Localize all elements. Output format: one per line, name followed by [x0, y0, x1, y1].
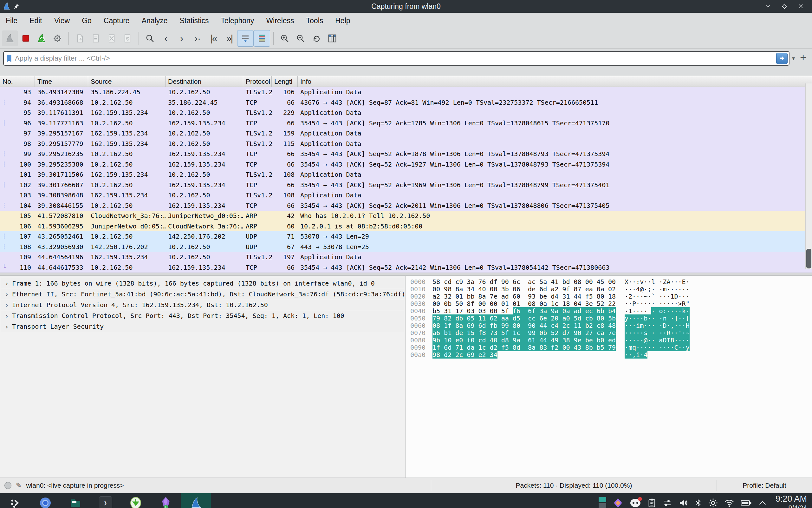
app-launcher-icon[interactable] — [0, 493, 30, 508]
hex-row[interactable]: 00a098 d2 2c 69 e2 34··,i·4 — [406, 351, 812, 358]
volume-icon[interactable] — [678, 499, 688, 507]
menu-capture[interactable]: Capture — [104, 16, 130, 25]
add-filter-button[interactable]: + — [798, 52, 809, 62]
hex-row[interactable]: 003000 0b 50 8f 00 00 01 01 08 0a 1c 18 … — [406, 300, 812, 307]
maximize-button[interactable] — [780, 2, 789, 10]
go-last-packet-icon[interactable]: »| — [221, 31, 237, 46]
minimize-button[interactable] — [764, 2, 772, 10]
detail-line[interactable]: ›Ethernet II, Src: Fortinet_5a:41:bd (90… — [1, 289, 403, 299]
auto-scroll-toggle[interactable] — [237, 30, 254, 47]
hex-row[interactable]: 000058 cd c9 3a 76 df 90 6c ac 5a 41 bd … — [406, 278, 812, 286]
packet-row[interactable]: ┆10843.329056930142.250.176.20210.2.162.… — [0, 242, 812, 252]
display-filter-box[interactable] — [3, 51, 790, 66]
expand-arrow-icon[interactable]: › — [1, 323, 12, 331]
scrollbar-thumb[interactable] — [806, 249, 811, 268]
hex-row[interactable]: 005079 82 db 05 11 62 aa d5 cc 6e 20 a0 … — [406, 315, 812, 322]
wireshark-taskbar-icon[interactable] — [181, 493, 211, 508]
chromium-icon[interactable] — [30, 493, 60, 508]
detail-line[interactable]: ›Frame 1: 166 bytes on wire (1328 bits),… — [1, 278, 403, 288]
packet-row[interactable]: 9839.295157779162.159.135.23410.2.162.50… — [0, 139, 812, 149]
packet-row[interactable]: 10641.593606295JuniperNetwo_d0:05:…Cloud… — [0, 221, 812, 231]
close-capture-file-icon[interactable] — [104, 31, 120, 46]
display-filter-input[interactable] — [14, 54, 776, 63]
detail-line[interactable]: ›Internet Protocol Version 4, Src: 162.1… — [1, 300, 403, 310]
menu-edit[interactable]: Edit — [30, 16, 42, 25]
save-capture-file-icon[interactable] — [88, 31, 104, 46]
packet-row[interactable]: ┆9436.49316866810.2.162.5035.186.224.45T… — [0, 97, 812, 108]
expand-arrow-icon[interactable]: › — [1, 301, 12, 309]
filter-history-caret-icon[interactable]: ▾ — [792, 55, 795, 62]
packet-row[interactable]: ┆9939.29521623510.2.162.50162.159.135.23… — [0, 149, 812, 159]
zoom-original-icon[interactable] — [308, 31, 324, 46]
clipboard-icon[interactable] — [648, 498, 656, 508]
packet-row[interactable]: 10944.644564196162.159.135.23410.2.162.5… — [0, 252, 812, 262]
menu-go[interactable]: Go — [82, 16, 92, 25]
menu-statistics[interactable]: Statistics — [180, 16, 209, 25]
packet-row[interactable]: ┆10439.30844615510.2.162.50162.159.135.2… — [0, 201, 812, 211]
close-button[interactable] — [797, 2, 805, 10]
menu-view[interactable]: View — [54, 16, 70, 25]
open-capture-file-icon[interactable] — [72, 31, 88, 46]
menu-analyze[interactable]: Analyze — [142, 16, 168, 25]
menu-help[interactable]: Help — [335, 16, 350, 25]
hex-row[interactable]: 00809b 10 e0 f0 cd 40 d8 9a 61 44 49 38 … — [406, 337, 812, 344]
download-manager-icon[interactable] — [121, 493, 151, 508]
menu-wireless[interactable]: Wireless — [266, 16, 294, 25]
apply-filter-button[interactable] — [776, 53, 787, 64]
capture-start-icon[interactable] — [2, 31, 18, 46]
column-header-info[interactable]: Info — [298, 76, 812, 87]
terminal-icon[interactable]: ❯ — [90, 493, 121, 508]
packet-row[interactable]: 9739.295157167162.159.135.23410.2.162.50… — [0, 128, 812, 139]
reload-capture-file-icon[interactable] — [120, 31, 135, 46]
capture-options-icon[interactable] — [49, 31, 65, 46]
packet-row[interactable]: ┆9639.11777116310.2.162.50162.159.135.23… — [0, 118, 812, 128]
hex-row[interactable]: 0040b5 31 17 03 03 00 5f f6 6f 3a 9a 0a … — [406, 307, 812, 315]
column-header-destination[interactable]: Destination — [165, 76, 243, 87]
wifi-icon[interactable] — [724, 499, 734, 507]
bluetooth-icon[interactable] — [695, 498, 702, 508]
zoom-in-icon[interactable] — [277, 31, 293, 46]
go-to-packet-icon[interactable]: ›· — [190, 31, 205, 46]
hex-row[interactable]: 001000 98 8a 34 40 00 3b 06 de 6d a2 9f … — [406, 286, 812, 293]
packet-list-scrollbar[interactable] — [805, 83, 812, 269]
resize-columns-icon[interactable] — [324, 31, 340, 46]
tray-expand-icon[interactable] — [758, 499, 767, 507]
battery-icon[interactable] — [741, 499, 752, 507]
go-forward-icon[interactable]: › — [174, 31, 190, 46]
menu-tools[interactable]: Tools — [306, 16, 323, 25]
bookmark-icon[interactable] — [6, 54, 12, 62]
expert-info-icon[interactable] — [4, 482, 11, 489]
detail-line[interactable]: ›Transmission Control Protocol, Src Port… — [1, 311, 403, 321]
discord-icon[interactable] — [630, 498, 641, 508]
packet-row[interactable]: ┆10743.26505246110.2.162.50142.250.176.2… — [0, 231, 812, 242]
packet-row[interactable]: └11044.64461753310.2.162.50162.159.135.2… — [0, 262, 812, 273]
packet-row[interactable]: 9336.49314730935.186.224.4510.2.162.50TL… — [0, 87, 812, 97]
detail-line[interactable]: ›Transport Layer Security — [1, 322, 403, 332]
settings-sliders-icon[interactable] — [663, 499, 672, 507]
assistant-app-icon[interactable] — [613, 498, 623, 508]
hex-row[interactable]: 0070a6 b1 de 15 f8 73 5f 1c 99 0b 52 d7 … — [406, 329, 812, 337]
pane-splitter[interactable] — [0, 272, 812, 276]
find-packet-icon[interactable] — [142, 31, 158, 46]
menu-file[interactable]: File — [6, 16, 17, 25]
expand-arrow-icon[interactable]: › — [1, 280, 12, 288]
packet-row[interactable]: 10541.572087810CloudNetwork_3a:76:…Junip… — [0, 211, 812, 221]
column-header-lengtl[interactable]: Lengtl — [272, 76, 298, 87]
hex-row[interactable]: 006008 1f 8a 69 6d fb 99 80 90 44 c4 2c … — [406, 322, 812, 329]
expand-arrow-icon[interactable]: › — [1, 312, 12, 320]
capture-restart-icon[interactable] — [34, 31, 49, 46]
go-back-icon[interactable]: ‹ — [158, 31, 174, 46]
colorize-packets-toggle[interactable] — [254, 30, 270, 47]
capture-comment-icon[interactable]: ✎ — [16, 481, 21, 490]
column-header-source[interactable]: Source — [88, 76, 165, 87]
brightness-icon[interactable] — [708, 498, 718, 508]
packet-row[interactable]: ┆10039.29523538010.2.162.50162.159.135.2… — [0, 159, 812, 170]
column-header-time[interactable]: Time — [35, 76, 88, 87]
expand-arrow-icon[interactable]: › — [1, 290, 12, 298]
column-header-protocol[interactable]: Protocol — [243, 76, 272, 87]
packet-row[interactable]: 10339.308398648162.159.135.23410.2.162.5… — [0, 190, 812, 201]
workspace-indicator-icon[interactable] — [599, 497, 606, 508]
menu-telephony[interactable]: Telephony — [221, 16, 254, 25]
column-header-no[interactable]: No. — [0, 76, 35, 87]
profile-selector[interactable]: Profile: Default — [717, 480, 812, 491]
